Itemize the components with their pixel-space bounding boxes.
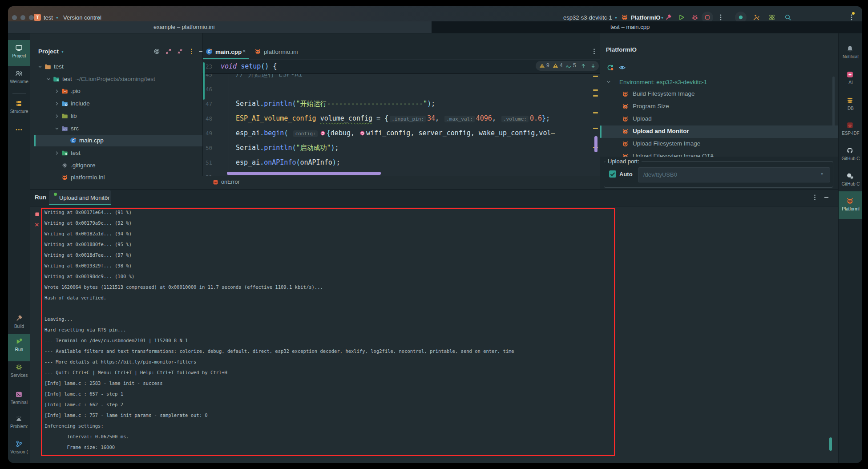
- auto-checkbox-label[interactable]: Auto: [619, 171, 633, 178]
- strip-item-terminal[interactable]: Terminal: [8, 400, 30, 405]
- editor-vertical-scrollbar[interactable]: [594, 136, 598, 152]
- prev-problem-icon[interactable]: [580, 63, 586, 69]
- tree-chevron-icon[interactable]: [54, 150, 60, 156]
- strip-notificat-icon[interactable]: [846, 45, 854, 53]
- expand-all-icon[interactable]: [165, 48, 172, 55]
- breadcrumb[interactable]: onError: [221, 179, 240, 185]
- tree-item-src[interactable]: src: [71, 125, 79, 133]
- strip-db-icon[interactable]: [846, 97, 854, 104]
- tree-item-test[interactable]: test~/CLionProjects/xiaoming/test: [62, 75, 155, 83]
- stop-icon[interactable]: [704, 14, 711, 21]
- refresh-icon[interactable]: [606, 64, 614, 71]
- strip-platforml-icon[interactable]: [846, 197, 854, 205]
- strip-item-ai[interactable]: AI: [839, 80, 862, 85]
- pio-task-upload-and-monitor[interactable]: Upload and Monitor: [633, 128, 689, 134]
- pio-task-build-filesystem-image[interactable]: Build Filesystem Image: [633, 90, 695, 97]
- strip-espidf-icon[interactable]: [846, 121, 854, 129]
- tree-item--pio[interactable]: .pio: [71, 87, 81, 95]
- tools-icon[interactable]: [753, 14, 760, 21]
- strip-terminal-icon[interactable]: [15, 391, 23, 398]
- strip-item-run[interactable]: Run: [8, 347, 30, 352]
- strip-item-platforml[interactable]: Platforml: [839, 206, 862, 211]
- strip-githubc-icon[interactable]: [846, 147, 854, 154]
- code-text[interactable]: esp_ai.begin( config:{debug, wifi_config…: [236, 126, 555, 141]
- run-icon[interactable]: [678, 14, 685, 21]
- close-icon[interactable]: ×: [104, 194, 108, 200]
- strip-project-icon[interactable]: [15, 44, 23, 52]
- strip-item-problem[interactable]: Problem:: [8, 424, 30, 429]
- console-close-icon[interactable]: [34, 222, 40, 227]
- build-hammer-icon[interactable]: [665, 14, 672, 21]
- main-menu-kebab-icon[interactable]: [848, 14, 855, 21]
- tree-item-platformio-ini[interactable]: platformio.ini: [71, 174, 105, 182]
- code-editor[interactable]: 45// 开始运行 ESP-AI4647Serial.println("开始运行…: [202, 59, 600, 176]
- pio-scrollbar[interactable]: [832, 77, 835, 128]
- device-selector[interactable]: esp32-s3-devkitc-1: [563, 14, 612, 21]
- hide-run-panel-icon[interactable]: [823, 194, 830, 201]
- tree-item-include[interactable]: include: [71, 100, 90, 108]
- collapse-all-icon[interactable]: [177, 48, 183, 55]
- auto-checkbox[interactable]: [609, 170, 616, 178]
- strip-item-githubc[interactable]: GitHub C: [839, 156, 862, 161]
- strip-item-project[interactable]: Project: [8, 53, 30, 58]
- strip-item-espidf[interactable]: ESP-IDF: [839, 131, 862, 136]
- strip-item-notificat[interactable]: Notificat: [839, 54, 862, 59]
- traffic-zoom-button[interactable]: [29, 15, 34, 20]
- code-text[interactable]: Serial.println("启动成功");: [236, 141, 339, 155]
- code-text[interactable]: esp_ai.onAPInfo(onAPInfo);: [236, 155, 340, 170]
- close-icon[interactable]: ×: [242, 48, 246, 54]
- pio-task-upload-filesystem-image[interactable]: Upload Filesystem Image: [633, 140, 700, 147]
- vcs-menu[interactable]: Version control: [63, 14, 101, 21]
- tree-item-lib[interactable]: lib: [71, 112, 77, 120]
- editor-options-icon[interactable]: [591, 48, 598, 55]
- eye-icon[interactable]: [618, 65, 626, 71]
- project-badge[interactable]: T: [34, 14, 41, 21]
- pio-environment[interactable]: Environment: esp32-s3-devkitc-1: [619, 79, 707, 85]
- strip-githubc-icon[interactable]: [846, 172, 854, 180]
- ai-assistant-icon[interactable]: [768, 14, 775, 21]
- debug-icon[interactable]: [691, 14, 698, 21]
- record-icon[interactable]: [737, 14, 744, 21]
- strip-item-build[interactable]: Build: [8, 324, 30, 329]
- strip-run-icon[interactable]: [15, 338, 23, 345]
- project-panel-title[interactable]: Project: [38, 48, 59, 55]
- strip-welcome-icon[interactable]: [15, 70, 23, 77]
- strip-problem-icon[interactable]: [15, 415, 23, 422]
- inspections-widget[interactable]: 9 4 A 5: [536, 61, 599, 71]
- pio-task-program-size[interactable]: Program Size: [633, 103, 669, 109]
- strip-item-db[interactable]: DB: [839, 106, 862, 111]
- tree-item-test[interactable]: test: [54, 63, 64, 71]
- tree-chevron-icon[interactable]: [37, 64, 43, 69]
- more-run-actions-icon[interactable]: [717, 14, 724, 21]
- strip-services-icon[interactable]: [15, 364, 23, 371]
- tree-item-test[interactable]: test: [71, 149, 81, 157]
- select-opened-file-icon[interactable]: [153, 48, 160, 55]
- project-menu[interactable]: test: [44, 14, 53, 21]
- strip-item-githubc[interactable]: GitHub C: [839, 182, 862, 186]
- project-options-icon[interactable]: [188, 48, 195, 55]
- tree-chevron-icon[interactable]: [54, 89, 60, 94]
- run-tab-label[interactable]: Upload and Monitor: [59, 194, 109, 201]
- strip-item-welcome[interactable]: Welcome: [8, 79, 30, 84]
- run-configuration-selector[interactable]: PlatformIO: [631, 14, 660, 21]
- console-scrollbar[interactable]: [829, 437, 832, 451]
- console-stop-icon[interactable]: [35, 212, 40, 217]
- editor-horizontal-scrollbar[interactable]: [227, 172, 381, 175]
- pio-task-upload[interactable]: Upload: [633, 115, 652, 122]
- traffic-minimize-button[interactable]: [20, 15, 25, 20]
- search-everywhere-icon[interactable]: [784, 14, 791, 21]
- code-text[interactable]: Serial.println("开始运行--------------------…: [236, 97, 435, 111]
- tree-chevron-icon[interactable]: [46, 77, 51, 82]
- strip-item-structure[interactable]: Structure: [8, 109, 30, 114]
- run-options-icon[interactable]: [811, 194, 818, 201]
- tree-chevron-icon[interactable]: [54, 101, 60, 106]
- strip-ai-icon[interactable]: [846, 71, 854, 78]
- strip-item-version[interactable]: Version (: [8, 449, 30, 454]
- tab-main-cpp[interactable]: main.cpp: [215, 49, 242, 55]
- tree-item-main-cpp[interactable]: main.cpp: [79, 137, 104, 145]
- pio-env-chevron-icon[interactable]: [606, 79, 611, 85]
- strip-structure-icon[interactable]: [15, 100, 23, 107]
- strip-item-services[interactable]: Services: [8, 373, 30, 378]
- tree-chevron-icon[interactable]: [54, 126, 60, 131]
- background-window-titlebar[interactable]: [8, 21, 432, 33]
